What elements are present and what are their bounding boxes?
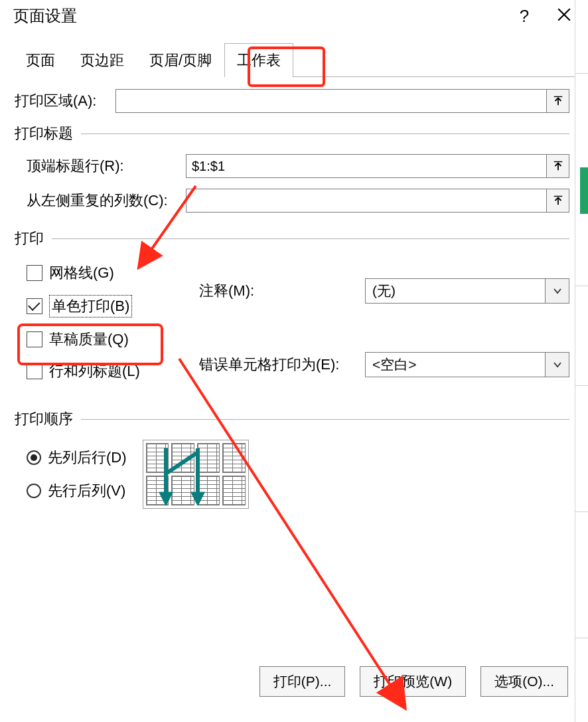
dialog-titlebar: 页面设置 ?: [0, 0, 588, 36]
checkbox-draft[interactable]: 草稿质量(Q): [27, 329, 192, 349]
print-header: 打印: [15, 228, 44, 248]
print-preview-button[interactable]: 打印预览(W): [360, 666, 466, 697]
tab-sheet[interactable]: 工作表: [224, 43, 293, 77]
tab-margins[interactable]: 页边距: [68, 43, 137, 77]
title-cols-refedit: [186, 189, 569, 213]
draft-label: 草稿质量(Q): [49, 329, 129, 349]
separator: [81, 419, 569, 420]
title-cols-label: 从左侧重复的列数(C):: [27, 191, 186, 211]
tab-strip: 页面 页边距 页眉/页脚 工作表: [13, 43, 588, 77]
dialog-buttons: 打印(P)... 打印预览(W) 选项(O)...: [259, 666, 568, 697]
print-button[interactable]: 打印(P)...: [259, 666, 346, 697]
collapse-range-icon[interactable]: [546, 189, 569, 212]
row-title-cols: 从左侧重复的列数(C):: [27, 189, 569, 213]
options-button[interactable]: 选项(O)...: [480, 666, 568, 697]
row-title-rows: 顶端标题行(R):: [27, 154, 569, 178]
radio-over-then-down[interactable]: 先行后列(V): [27, 481, 127, 501]
black-white-label: 单色打印(B): [49, 295, 132, 317]
title-rows-refedit: [186, 154, 569, 178]
tab-header-footer[interactable]: 页眉/页脚: [137, 43, 224, 77]
dialog-content: 打印区域(A): 打印标题 顶端标题行(R): 从左侧重复的列数(C):: [0, 77, 588, 509]
checkbox-row-col-headings[interactable]: 行和列标题(L): [27, 361, 192, 381]
separator: [52, 238, 569, 239]
collapse-range-icon[interactable]: [546, 90, 569, 112]
radio-down-then-over[interactable]: 先列后行(D): [27, 448, 127, 468]
dialog-title: 页面设置: [13, 5, 504, 27]
section-print: 打印: [15, 228, 569, 248]
row-col-headings-label: 行和列标题(L): [49, 361, 140, 381]
print-area-refedit: [115, 89, 569, 113]
checkbox-black-white[interactable]: 单色打印(B): [27, 295, 192, 317]
collapse-range-icon[interactable]: [546, 155, 569, 177]
section-print-titles: 打印标题: [15, 124, 569, 143]
chevron-down-icon: [545, 353, 569, 377]
errors-value: <空白>: [366, 355, 545, 374]
radio-icon: [27, 484, 41, 498]
svg-rect-1: [553, 161, 562, 162]
chevron-down-icon: [545, 279, 569, 303]
title-cols-input[interactable]: [186, 189, 546, 212]
print-area-input[interactable]: [116, 90, 546, 112]
row-print-area: 打印区域(A):: [15, 89, 569, 113]
print-area-label: 打印区域(A):: [15, 91, 115, 111]
svg-rect-2: [553, 196, 562, 197]
svg-rect-0: [553, 96, 562, 97]
print-order-header: 打印顺序: [15, 409, 73, 429]
errors-dropdown[interactable]: <空白>: [365, 352, 569, 377]
checkbox-icon: [27, 331, 42, 347]
checkbox-icon: [27, 298, 42, 314]
over-then-down-label: 先行后列(V): [48, 481, 125, 501]
title-rows-label: 顶端标题行(R):: [27, 156, 186, 176]
title-rows-input[interactable]: [186, 155, 546, 177]
errors-label: 错误单元格打印为(E):: [199, 355, 365, 375]
checkbox-icon: [27, 363, 42, 379]
checkbox-gridlines[interactable]: 网格线(G): [27, 263, 192, 283]
comments-label: 注释(M):: [199, 281, 365, 301]
section-print-order: 打印顺序: [15, 409, 569, 429]
comments-dropdown[interactable]: (无): [365, 278, 569, 304]
print-titles-label: 打印标题: [15, 124, 73, 143]
gridlines-label: 网格线(G): [49, 263, 114, 283]
down-then-over-label: 先列后行(D): [48, 448, 127, 468]
radio-icon: [27, 450, 41, 465]
print-order-illustration: [143, 440, 249, 509]
checkbox-icon: [27, 265, 42, 281]
tab-page[interactable]: 页面: [13, 43, 68, 77]
comments-value: (无): [366, 282, 545, 300]
separator: [81, 134, 569, 134]
help-button[interactable]: ?: [504, 6, 544, 27]
